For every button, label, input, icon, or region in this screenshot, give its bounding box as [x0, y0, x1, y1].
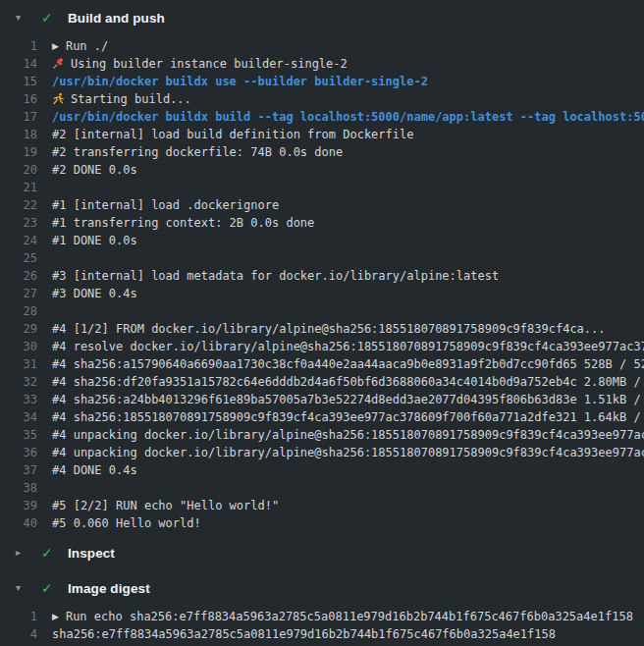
- line-text-content: /usr/bin/docker buildx use --builder bui…: [52, 75, 428, 88]
- line-text-content: sha256:e7ff8834a5963a2785c5a0811e979d16b…: [52, 627, 556, 641]
- line-number[interactable]: 29: [0, 320, 37, 338]
- log-line: 23#1 transferring context: 2B 0.0s done: [0, 214, 644, 232]
- chevron-down-icon[interactable]: ▾: [16, 583, 28, 593]
- line-text-content: #5 [2/2] RUN echo "Hello world!": [52, 499, 279, 512]
- log-line: 22#1 [internal] load .dockerignore: [0, 196, 644, 214]
- line-text-content: #4 unpacking docker.io/library/alpine@sh…: [52, 446, 644, 459]
- line-text-content: #2 transferring dockerfile: 74B 0.0s don…: [52, 145, 343, 159]
- line-number[interactable]: 35: [0, 426, 37, 444]
- line-text-content: #5 0.060 Hello world!: [52, 516, 201, 530]
- chevron-down-icon[interactable]: ▾: [16, 13, 28, 23]
- line-number[interactable]: 21: [0, 179, 37, 196]
- log-line: 1▶Run ./: [0, 37, 644, 55]
- line-number[interactable]: 31: [0, 355, 37, 373]
- line-text-content: #4 sha256:a15790640a6690aa1730c38cf0a440…: [52, 357, 644, 371]
- log-line: 34#4 sha256:185518070891758909c9f839cf4c…: [0, 408, 644, 426]
- line-number[interactable]: 16: [0, 90, 37, 108]
- line-number[interactable]: 22: [0, 196, 37, 214]
- line-number[interactable]: 14: [0, 55, 37, 73]
- chevron-right-icon[interactable]: ▸: [16, 548, 28, 558]
- log-line: 14Using builder instance builder-single-…: [0, 55, 644, 73]
- section-header-inspect[interactable]: ▸✓Inspect: [0, 535, 644, 570]
- line-text-content: #3 [internal] load metadata for docker.i…: [52, 269, 499, 283]
- line-text: ▶Run echo sha256:e7ff8834a5963a2785c5a08…: [52, 608, 633, 625]
- log-list-image-digest: 1▶Run echo sha256:e7ff8834a5963a2785c5a0…: [0, 606, 644, 646]
- line-number[interactable]: 1: [0, 37, 37, 55]
- check-icon: ✓: [41, 11, 56, 25]
- line-text: #4 unpacking docker.io/library/alpine@sh…: [52, 426, 644, 444]
- line-text-content: #4 DONE 0.4s: [52, 463, 137, 477]
- line-number[interactable]: 33: [0, 391, 37, 408]
- line-text: #4 [1/2] FROM docker.io/library/alpine@s…: [52, 320, 606, 338]
- log-line: 37#4 DONE 0.4s: [0, 461, 644, 479]
- line-number[interactable]: 23: [0, 214, 37, 232]
- line-text-content: #4 sha256:df20fa9351a15782c64e6dddb2d4a6…: [52, 375, 644, 389]
- line-text-content: #1 [internal] load .dockerignore: [52, 198, 279, 212]
- log-line: 17/usr/bin/docker buildx build --tag loc…: [0, 108, 644, 126]
- log-line: 1▶Run echo sha256:e7ff8834a5963a2785c5a0…: [0, 608, 644, 625]
- log-line: 26#3 [internal] load metadata for docker…: [0, 267, 644, 285]
- line-number[interactable]: 4: [0, 625, 37, 643]
- line-number[interactable]: 27: [0, 285, 37, 302]
- log-line: 36#4 unpacking docker.io/library/alpine@…: [0, 444, 644, 461]
- line-number[interactable]: 19: [0, 143, 37, 161]
- line-text: #5 [2/2] RUN echo "Hello world!": [52, 497, 279, 514]
- section-header-build-and-push[interactable]: ▾✓Build and push: [0, 0, 644, 35]
- line-text-content: Run ./: [66, 39, 108, 53]
- section-title: Image digest: [68, 581, 150, 596]
- log-line: 16Starting build...: [0, 90, 644, 108]
- line-number[interactable]: 30: [0, 338, 37, 355]
- line-number[interactable]: 37: [0, 461, 37, 479]
- line-number[interactable]: 25: [0, 249, 37, 267]
- line-number[interactable]: 17: [0, 108, 37, 126]
- log-line: 32#4 sha256:df20fa9351a15782c64e6dddb2d4…: [0, 373, 644, 391]
- line-number[interactable]: 15: [0, 73, 37, 90]
- line-text: #4 unpacking docker.io/library/alpine@sh…: [52, 444, 644, 461]
- line-number[interactable]: 39: [0, 497, 37, 514]
- log-line: 4sha256:e7ff8834a5963a2785c5a0811e979d16…: [0, 625, 644, 643]
- log-list-build-and-push: 1▶Run ./14Using builder instance builder…: [0, 35, 644, 535]
- line-number[interactable]: 26: [0, 267, 37, 285]
- log-line: 20#2 DONE 0.0s: [0, 161, 644, 179]
- line-text: #5 0.060 Hello world!: [52, 514, 201, 532]
- log-line: 30#4 resolve docker.io/library/alpine@sh…: [0, 338, 644, 355]
- check-icon: ✓: [41, 581, 56, 595]
- line-number[interactable]: 1: [0, 608, 37, 625]
- section-title: Inspect: [68, 546, 115, 561]
- line-text-content: #4 sha256:a24bb4013296f61e89ba57005a7b3e…: [52, 393, 644, 406]
- section-header-image-digest[interactable]: ▾✓Image digest: [0, 570, 644, 606]
- run-chevron-icon[interactable]: ▶: [52, 37, 59, 55]
- command-line-text: /usr/bin/docker buildx build --tag local…: [52, 108, 644, 126]
- workflow-log: ▾✓Build and push1▶Run ./14Using builder …: [0, 0, 644, 646]
- line-text: #3 DONE 0.4s: [52, 285, 137, 302]
- line-number[interactable]: 24: [0, 232, 37, 249]
- line-text-content: #4 resolve docker.io/library/alpine@sha2…: [52, 340, 644, 353]
- line-text-content: #4 sha256:185518070891758909c9f839cf4ca3…: [52, 410, 644, 424]
- line-text: #2 [internal] load build definition from…: [52, 126, 413, 143]
- line-text-content: #1 transferring context: 2B 0.0s done: [52, 216, 314, 230]
- line-number[interactable]: 34: [0, 408, 37, 426]
- run-chevron-icon[interactable]: ▶: [52, 608, 59, 625]
- log-line: 31#4 sha256:a15790640a6690aa1730c38cf0a4…: [0, 355, 644, 373]
- line-text: #4 DONE 0.4s: [52, 461, 137, 479]
- line-text: Starting build...: [52, 90, 191, 108]
- line-number[interactable]: 40: [0, 514, 37, 532]
- line-number[interactable]: 18: [0, 126, 37, 143]
- line-number[interactable]: 36: [0, 444, 37, 461]
- log-line: 39#5 [2/2] RUN echo "Hello world!": [0, 497, 644, 514]
- line-number[interactable]: 28: [0, 302, 37, 320]
- log-line: 19#2 transferring dockerfile: 74B 0.0s d…: [0, 143, 644, 161]
- runner-icon: [52, 92, 65, 105]
- log-line: 35#4 unpacking docker.io/library/alpine@…: [0, 426, 644, 444]
- line-number[interactable]: 20: [0, 161, 37, 179]
- section-title: Build and push: [68, 11, 165, 26]
- line-text: #4 sha256:df20fa9351a15782c64e6dddb2d4a6…: [52, 373, 644, 391]
- line-number[interactable]: 32: [0, 373, 37, 391]
- line-text-content: /usr/bin/docker buildx build --tag local…: [52, 110, 644, 124]
- line-number[interactable]: 38: [0, 479, 37, 497]
- line-text: #4 sha256:a24bb4013296f61e89ba57005a7b3e…: [52, 391, 644, 408]
- log-line: 40#5 0.060 Hello world!: [0, 514, 644, 532]
- line-text: #4 sha256:a15790640a6690aa1730c38cf0a440…: [52, 355, 644, 373]
- line-text: #1 [internal] load .dockerignore: [52, 196, 279, 214]
- log-line: 18#2 [internal] load build definition fr…: [0, 126, 644, 143]
